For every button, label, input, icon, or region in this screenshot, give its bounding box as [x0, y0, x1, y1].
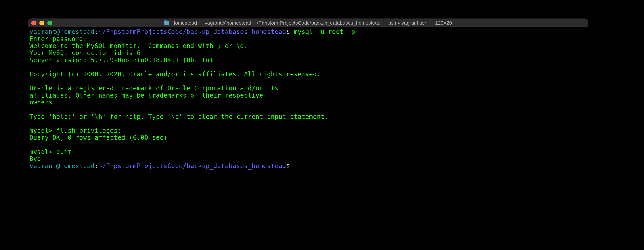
folder-icon — [164, 21, 169, 25]
window-title: Homestead — vagrant@homestead: ~/Phpstor… — [172, 20, 452, 26]
mysql-prompt-line: mysql> quit — [30, 148, 72, 155]
titlebar[interactable]: Homestead — vagrant@homestead: ~/Phpstor… — [28, 18, 588, 28]
command-text: mysql -u root -p — [290, 28, 355, 35]
output-line: Oracle is a registered trademark of Orac… — [30, 84, 278, 92]
output-line: Type 'help;' or '\h' for help. Type '\c'… — [30, 113, 328, 120]
prompt-path: ~/PhpstormProjectsCode/backup_databases_… — [98, 162, 286, 170]
terminal-window: Homestead — vagrant@homestead: ~/Phpstor… — [28, 18, 588, 221]
prompt-path: ~/PhpstormProjectsCode/backup_databases_… — [98, 28, 286, 35]
output-line: Enter password: — [30, 35, 87, 42]
close-icon[interactable] — [31, 20, 36, 26]
title-wrap: Homestead — vagrant@homestead: ~/Phpstor… — [28, 20, 588, 26]
output-line: Welcome to the MySQL monitor. Commands e… — [30, 42, 248, 49]
prompt-dollar: $ — [286, 28, 290, 35]
prompt-colon: : — [95, 162, 98, 170]
output-line: owners. — [30, 99, 56, 106]
output-line: Server version: 5.7.29-0ubuntu0.18.04.1 … — [30, 56, 214, 64]
output-line: Bye — [30, 155, 41, 162]
prompt-dollar: $ — [286, 162, 290, 170]
maximize-icon[interactable] — [47, 20, 52, 26]
mysql-prompt-line: mysql> flush privileges; — [30, 127, 122, 134]
output-line: Your MySQL connection id is 6 — [30, 49, 141, 56]
prompt-user: vagrant@homestead — [30, 162, 95, 170]
output-line: Copyright (c) 2000, 2020, Oracle and/or … — [30, 70, 321, 78]
output-line: affiliates. Other names may be trademark… — [30, 92, 263, 99]
terminal-body[interactable]: vagrant@homestead:~/PhpstormProjectsCode… — [28, 28, 588, 171]
output-line: Query OK, 0 rows affected (0.00 sec) — [30, 134, 168, 141]
prompt-user: vagrant@homestead — [30, 28, 95, 35]
prompt-colon: : — [95, 28, 98, 35]
window-controls — [31, 20, 52, 26]
minimize-icon[interactable] — [39, 20, 44, 26]
